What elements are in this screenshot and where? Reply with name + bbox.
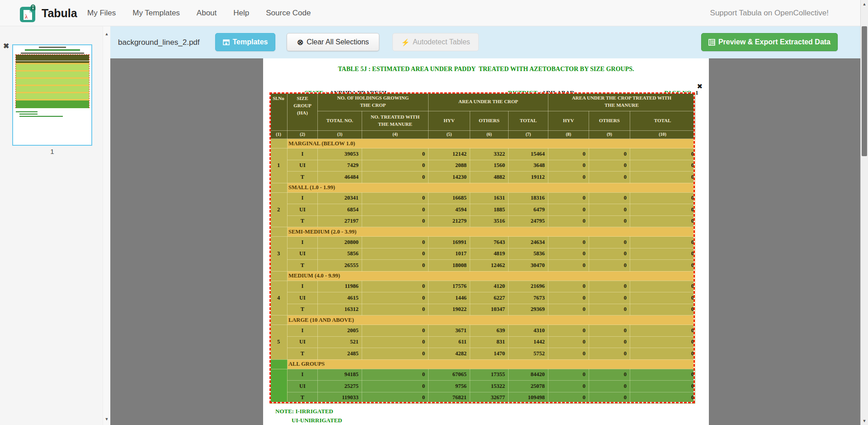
scrollbar-up-icon[interactable]: ▲ — [861, 2, 868, 6]
page-thumbnail-sidebar: ✖ 1 — [0, 26, 103, 425]
pdf-note-line-1: NOTE: I-IRRIGATED — [275, 408, 333, 415]
main-area: background_lines_2.pdf Templates ⊗ Clear… — [110, 26, 860, 425]
table-selection-region[interactable]: ✖ — [269, 92, 695, 403]
thumbnail-table-preview — [15, 54, 90, 108]
template-icon — [223, 39, 230, 46]
pdf-page[interactable]: TABLE 5J : ESTIMATED AREA UNDER PADDY TR… — [263, 58, 709, 425]
extracted-data-icon — [708, 39, 715, 46]
lightning-bolt-icon: ⚡ — [401, 39, 410, 46]
thumb-meta-line — [21, 53, 84, 54]
toolbar: background_lines_2.pdf Templates ⊗ Clear… — [110, 26, 860, 58]
workspace: ✖ 1 — [0, 26, 860, 425]
svg-text:λ: λ — [25, 13, 28, 20]
nav-item-about[interactable]: About — [197, 9, 217, 18]
autodetect-button-label: Autodetect Tables — [413, 38, 470, 46]
remove-page-icon[interactable]: ✖ — [3, 43, 9, 50]
pdf-canvas: TABLE 5J : ESTIMATED AREA UNDER PADDY TR… — [110, 58, 860, 425]
thumbnail-page-number: 1 — [12, 148, 92, 155]
sidebar-scrollbar[interactable]: ▲ ▼ — [103, 26, 110, 425]
scrollbar-down-icon[interactable]: ▼ — [861, 419, 868, 423]
delete-selection-icon[interactable]: ✖ — [697, 82, 703, 91]
nav-links: My Files My Templates About Help Source … — [87, 0, 311, 26]
circle-x-icon: ⊗ — [297, 38, 303, 46]
nav-item-help[interactable]: Help — [233, 9, 249, 18]
brand-title: Tabula — [42, 0, 77, 26]
preview-export-button[interactable]: Preview & Export Extracted Data — [701, 33, 838, 51]
tabula-app: λ Tabula My Files My Templates About Hel… — [0, 0, 868, 425]
clear-button-label: Clear All Selections — [307, 38, 369, 46]
scrollbar-thumb[interactable] — [862, 26, 867, 156]
thumb-subtitle-line — [25, 49, 80, 51]
thumb-title-line — [39, 47, 66, 48]
navbar: λ Tabula My Files My Templates About Hel… — [0, 0, 860, 26]
templates-button[interactable]: Templates — [215, 33, 275, 51]
thumb-notes — [16, 110, 90, 117]
export-button-label: Preview & Export Extracted Data — [718, 38, 830, 46]
document-filename: background_lines_2.pdf — [118, 26, 200, 58]
nav-item-my-files[interactable]: My Files — [87, 9, 116, 18]
nav-item-my-templates[interactable]: My Templates — [132, 9, 180, 18]
scroll-up-icon[interactable]: ▲ — [103, 32, 110, 36]
nav-item-source-code[interactable]: Source Code — [266, 9, 311, 18]
page-thumbnail[interactable] — [12, 44, 92, 146]
templates-button-label: Templates — [233, 38, 268, 46]
pdf-table-title: TABLE 5J : ESTIMATED AREA UNDER PADDY TR… — [263, 66, 709, 73]
page-scrollbar[interactable]: ▲ ▼ — [860, 0, 868, 425]
tabula-logo-icon: λ — [19, 4, 37, 23]
pdf-note-line-2: UI-UNIRRIGATED — [292, 417, 342, 424]
clear-all-selections-button[interactable]: ⊗ Clear All Selections — [287, 33, 379, 51]
scroll-down-icon[interactable]: ▼ — [103, 417, 110, 421]
support-link[interactable]: Support Tabula on OpenCollective! — [710, 0, 829, 26]
autodetect-tables-button[interactable]: ⚡ Autodetect Tables — [392, 33, 479, 51]
